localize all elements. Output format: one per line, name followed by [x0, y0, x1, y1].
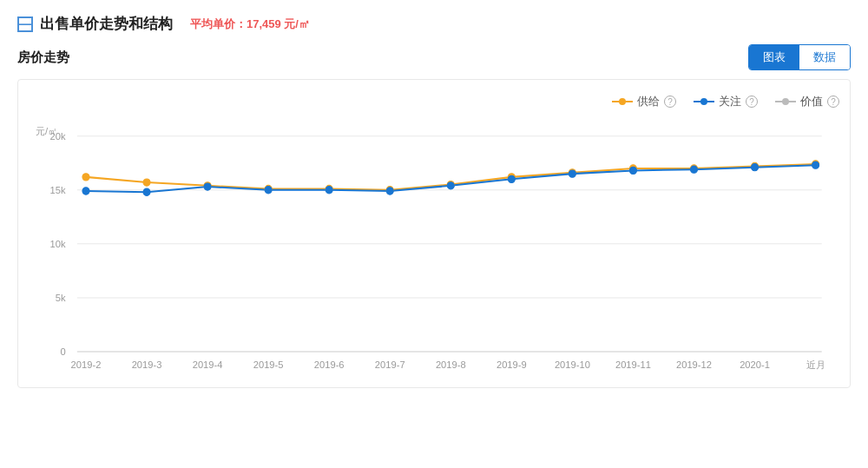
attention-dot-5 — [386, 188, 393, 194]
supply-help-icon[interactable]: ? — [664, 96, 676, 108]
section-title: 房价走势 — [17, 49, 69, 66]
avg-price-info: 平均单价：17,459 元/㎡ — [190, 16, 310, 32]
attention-dot-10 — [690, 166, 697, 173]
y-tick-10k: 10k — [50, 239, 66, 249]
attention-dot-2 — [204, 183, 211, 190]
attention-help-icon[interactable]: ? — [746, 96, 758, 108]
chart-container: 供给 ? 关注 ? 价值 ? 元/㎡ — [17, 79, 851, 388]
legend-supply-label: 供给 — [637, 94, 660, 109]
x-label-3: 2019-5 — [253, 359, 284, 369]
attention-dot-0 — [82, 188, 89, 194]
chart-svg: 元/㎡ 20k 15k 10k 5k 0 2019-2 2019-3 — [29, 118, 839, 379]
legend-attention-label: 关注 — [719, 94, 741, 109]
x-label-5: 2019-7 — [375, 359, 405, 369]
y-tick-15k: 15k — [50, 185, 66, 195]
chart-svg-wrapper: 元/㎡ 20k 15k 10k 5k 0 2019-2 2019-3 — [29, 118, 839, 379]
x-label-7: 2019-9 — [496, 359, 527, 369]
attention-dot-6 — [447, 182, 454, 189]
attention-dot-7 — [508, 175, 515, 182]
chart-legend: 供给 ? 关注 ? 价值 ? — [29, 94, 839, 109]
attention-dot-1 — [143, 188, 150, 195]
page-title: 出售单价走势和结构 — [40, 14, 173, 34]
x-label-4: 2019-6 — [314, 359, 345, 369]
view-toggle: 图表 数据 — [748, 44, 851, 70]
supply-dot-0 — [82, 174, 89, 181]
legend-supply: 供给 ? — [612, 94, 676, 109]
value-help-icon[interactable]: ? — [827, 96, 839, 108]
x-label-11: 2020-1 — [740, 359, 770, 369]
data-btn[interactable]: 数据 — [799, 45, 850, 69]
legend-attention: 关注 ? — [694, 94, 758, 109]
x-label-12: 近月 — [806, 359, 825, 369]
x-label-9: 2019-11 — [615, 359, 651, 369]
attention-dot-4 — [326, 187, 332, 194]
x-label-8: 2019-10 — [555, 359, 590, 369]
supply-dot-1 — [143, 179, 150, 186]
x-label-2: 2019-4 — [193, 359, 223, 369]
x-label-6: 2019-8 — [436, 359, 466, 369]
legend-value-label: 价值 — [800, 94, 823, 109]
chart-btn[interactable]: 图表 — [749, 45, 799, 69]
legend-value: 价值 ? — [775, 94, 839, 109]
attention-dot-12 — [812, 161, 819, 168]
attention-dot-8 — [569, 170, 575, 177]
attention-dot-11 — [751, 164, 758, 171]
attention-dot-3 — [265, 187, 272, 194]
y-tick-20k: 20k — [50, 131, 66, 142]
collapse-icon[interactable]: — — [17, 16, 33, 32]
y-tick-0: 0 — [60, 346, 65, 357]
attention-dot-9 — [629, 167, 636, 174]
x-label-0: 2019-2 — [71, 359, 102, 369]
y-tick-5k: 5k — [56, 293, 66, 303]
x-label-10: 2019-12 — [676, 359, 712, 369]
x-label-1: 2019-3 — [132, 359, 162, 369]
